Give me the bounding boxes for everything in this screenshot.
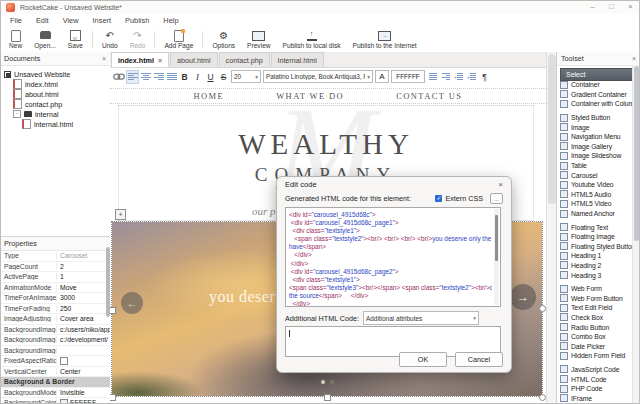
checkbox-icon[interactable] xyxy=(60,357,68,365)
color-swatch-icon[interactable] xyxy=(60,399,68,404)
align-left-button[interactable] xyxy=(127,71,138,83)
text-color-button[interactable]: A xyxy=(375,70,389,83)
toolset-item-carousel[interactable]: Carousel xyxy=(560,170,633,180)
toolset-item-iframe[interactable]: IFrame xyxy=(560,393,633,403)
expander-icon[interactable]: - xyxy=(13,110,21,118)
preview-button[interactable]: Preview xyxy=(241,27,276,52)
toolset-item-check-box[interactable]: Check Box xyxy=(560,313,633,323)
ok-button[interactable]: OK xyxy=(399,352,447,367)
close-tab-icon[interactable]: × xyxy=(158,57,162,64)
toolset-scrollbar-thumb[interactable] xyxy=(634,66,639,241)
cancel-button[interactable]: Cancel xyxy=(455,352,503,367)
property-row-pagecount[interactable]: PageCount2 xyxy=(0,262,110,273)
toolset-item-html5-audio[interactable]: HTML5 Audio xyxy=(560,190,633,200)
align-center-button[interactable] xyxy=(140,71,151,83)
toolset-item-container[interactable]: Container xyxy=(560,80,633,90)
tree-item-internal-html[interactable]: internal.html xyxy=(0,119,110,129)
align-justify-button[interactable] xyxy=(166,71,177,83)
link-icon[interactable] xyxy=(113,71,125,83)
toolset-item-floating-styled-button[interactable]: Floating Styled Button xyxy=(560,242,633,252)
page-nav-what-we-do[interactable]: WHAT WE DO xyxy=(276,91,344,101)
page-nav-contact-us[interactable]: CONTACT US xyxy=(396,91,462,101)
tree-item-about-html[interactable]: about.html xyxy=(0,89,110,99)
dialog-close-icon[interactable]: × xyxy=(498,180,503,189)
italic-button[interactable]: I xyxy=(192,71,203,83)
selection-handle-bottom-right[interactable] xyxy=(539,394,546,401)
generated-code-box[interactable]: <div id="carousel_4915d68c"> <div id="ca… xyxy=(285,207,501,307)
align-right-button[interactable] xyxy=(153,71,164,83)
editor-scrollbar-thumb[interactable] xyxy=(548,54,556,204)
code-scrollbar[interactable] xyxy=(494,209,499,305)
toolset-item-php-code[interactable]: PHP Code xyxy=(560,384,633,394)
tree-item-internal[interactable]: -internal xyxy=(0,109,110,119)
toolset-item-web-form-button[interactable]: Web Form Button xyxy=(560,293,633,303)
maximize-icon[interactable]: □ xyxy=(602,0,621,14)
save-button[interactable]: Save xyxy=(62,27,89,52)
checkbox-checked-icon[interactable]: ✓ xyxy=(435,195,442,202)
menu-edit[interactable]: Edit xyxy=(29,14,56,27)
property-row-timeforanimage[interactable]: TimeForAnImage3000 xyxy=(0,293,110,304)
paragraph-marks-button[interactable]: ¶ xyxy=(479,71,490,83)
new-button[interactable]: New xyxy=(3,27,28,52)
extern-css-option[interactable]: ✓ Extern CSS ... xyxy=(435,193,503,204)
property-row-backgroundimage1[interactable]: BackgroundImage1c:/users/niko/app xyxy=(0,325,110,336)
selection-handle-bottom-center[interactable] xyxy=(324,394,331,401)
outdent-button[interactable]: + xyxy=(453,71,464,83)
strikethrough-button[interactable]: S xyxy=(218,71,229,83)
menu-file[interactable]: File xyxy=(3,14,29,27)
tree-item-index-html[interactable]: index.html xyxy=(0,79,110,89)
options-button[interactable]: ⚙Options xyxy=(206,27,241,52)
page-title[interactable]: WEALTHY xyxy=(119,128,533,161)
font-size-select[interactable]: 20 ▾ xyxy=(231,70,261,83)
tab-about-html[interactable]: about.html xyxy=(170,52,218,67)
toolset-item-html-code[interactable]: HTML Code xyxy=(560,374,633,384)
redo-button[interactable]: ↷Redo xyxy=(124,27,152,52)
dialog-title-bar[interactable]: Edit code × xyxy=(277,177,511,192)
toolset-item-javascript-code[interactable]: JavaScript Code xyxy=(560,365,633,375)
close-icon[interactable]: × xyxy=(621,0,640,14)
tab-index-html[interactable]: index.html× xyxy=(111,52,169,67)
toolset-item-styled-button[interactable]: Styled Button xyxy=(560,113,633,123)
menu-help[interactable]: Help xyxy=(156,14,185,27)
toolset-item-combo-box[interactable]: Combo Box xyxy=(560,332,633,342)
toolset-item-named-anchor[interactable]: Named Anchor xyxy=(560,209,633,219)
toolset-item-text-edit-field[interactable]: Text Edit Field xyxy=(560,303,633,313)
property-row-fixedaspectratio[interactable]: FixedAspectRatio xyxy=(0,356,110,367)
publish-to-the-internet-button[interactable]: →Publish to the Internet xyxy=(346,27,422,52)
toolset-item-container-with-columns[interactable]: Container with Columns xyxy=(560,99,633,109)
add-page-button[interactable]: Add Page xyxy=(158,27,199,52)
close-panel-icon[interactable]: × xyxy=(102,55,106,62)
tree-item-contact-php[interactable]: contact.php xyxy=(0,99,110,109)
toolset-item-radio-button[interactable]: Radio Button xyxy=(560,322,633,332)
tree-item-unsaved-website[interactable]: Unsaved Website xyxy=(0,69,110,79)
toolset-item-table[interactable]: Table xyxy=(560,161,633,171)
bold-button[interactable]: B xyxy=(179,71,190,83)
page-nav-home[interactable]: HOME xyxy=(194,91,225,101)
property-row-verticalcenter[interactable]: VerticalCenterCenter xyxy=(0,367,110,378)
toolset-scrollbar[interactable] xyxy=(632,65,640,404)
toolset-item-heading-1[interactable]: Heading 1 xyxy=(560,251,633,261)
toolset-item-heading-3[interactable]: Heading 3 xyxy=(560,270,633,280)
menu-insert[interactable]: Insert xyxy=(86,14,118,27)
font-family-select[interactable]: Palatino Linotype, Book Antiqua3, Pal ▾ xyxy=(263,70,373,83)
tab-contact-php[interactable]: contact.php xyxy=(219,52,270,67)
toolset-item-image[interactable]: Image xyxy=(560,122,633,132)
selection-handle-left[interactable] xyxy=(110,307,116,314)
toolset-item-html5-video[interactable]: HTML5 Video xyxy=(560,199,633,209)
color-hex-field[interactable]: FFFFFF xyxy=(391,70,425,83)
page-tagline[interactable]: our p xyxy=(252,205,276,217)
code-scrollbar-thumb[interactable] xyxy=(495,215,498,261)
open-button[interactable]: Open... xyxy=(28,27,62,52)
close-panel-icon[interactable]: × xyxy=(632,55,636,62)
property-row-backgroundimage2[interactable]: BackgroundImage2c:/development/ xyxy=(0,335,110,346)
toolset-item-heading-2[interactable]: Heading 2 xyxy=(560,261,633,271)
carousel-dot-2[interactable] xyxy=(330,380,334,384)
toolset-item-web-form[interactable]: Web Form xyxy=(560,284,633,294)
toolset-item-gradient-container[interactable]: Gradient Container xyxy=(560,90,633,100)
toolset-item-hidden-form-field[interactable]: Hidden Form Field xyxy=(560,351,633,361)
tab-internal-html[interactable]: internal.html xyxy=(271,52,324,67)
property-row-timeforfading[interactable]: TimeForFading250 xyxy=(0,304,110,315)
toolset-item-youtube-video[interactable]: Youtube Video xyxy=(560,180,633,190)
additional-attributes-select[interactable]: Additional attributes ▾ xyxy=(363,311,479,325)
carousel-dot-1[interactable] xyxy=(321,380,325,384)
